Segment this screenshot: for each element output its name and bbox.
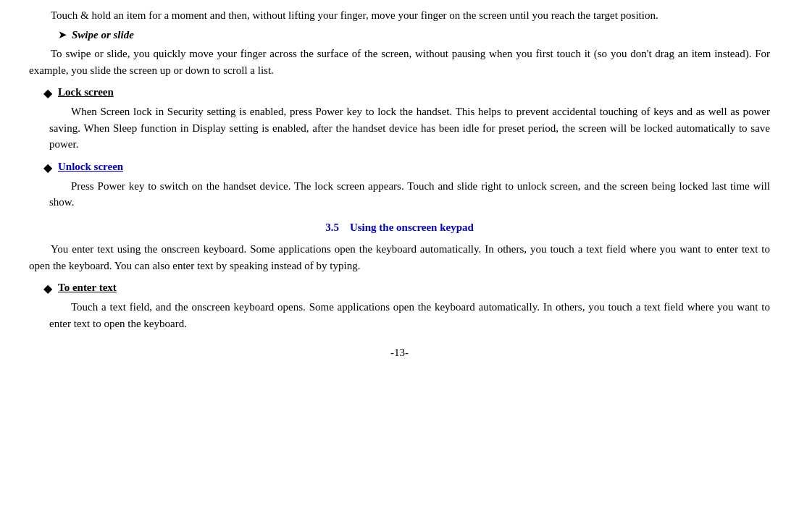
lock-screen-label: Lock screen [58, 84, 114, 101]
arrow-right-icon: ➤ [58, 27, 67, 43]
swipe-section-heading: ➤ Swipe or slide [58, 27, 770, 43]
diamond-icon-lock: ◆ [43, 85, 52, 102]
page-number: -13- [29, 345, 770, 361]
lock-screen-bullet: ◆ Lock screen [43, 84, 770, 102]
intro-paragraph: Touch & hold an item for a moment and th… [29, 7, 770, 24]
enter-text-label: To enter text [58, 279, 117, 296]
swipe-label: Swipe or slide [72, 27, 134, 43]
unlock-screen-label: Unlock screen [58, 159, 123, 175]
enter-text-paragraph: Touch a text field, and the onscreen key… [29, 299, 770, 332]
section-intro-paragraph: You enter text using the onscreen keyboa… [29, 241, 770, 274]
section-3-5-heading: 3.5 Using the onscreen keypad [29, 219, 770, 236]
lock-screen-paragraph: When Screen lock in Security setting is … [29, 104, 770, 153]
diamond-icon-unlock: ◆ [43, 159, 52, 177]
section-number: 3.5 [325, 221, 339, 233]
unlock-screen-bullet: ◆ Unlock screen [43, 159, 770, 177]
page-content: Touch & hold an item for a moment and th… [29, 7, 770, 361]
section-title: Using the onscreen keypad [350, 221, 474, 233]
swipe-paragraph: To swipe or slide, you quickly move your… [29, 46, 770, 78]
unlock-screen-paragraph: Press Power key to switch on the handset… [29, 178, 770, 211]
diamond-icon-enter-text: ◆ [43, 280, 52, 297]
enter-text-bullet: ◆ To enter text [43, 279, 770, 297]
